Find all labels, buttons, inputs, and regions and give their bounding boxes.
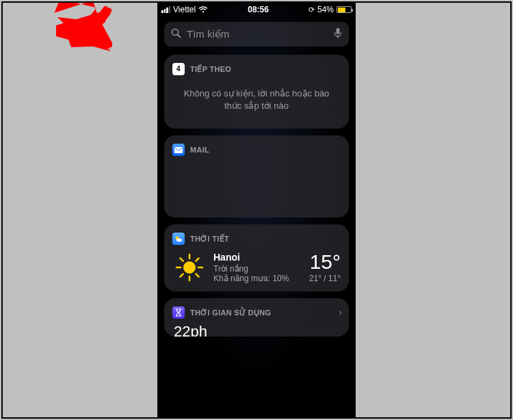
weather-condition: Trời nắng xyxy=(213,264,302,274)
weather-location: Hanoi xyxy=(213,252,302,263)
mail-widget[interactable]: MAIL xyxy=(164,135,349,218)
weather-app-icon xyxy=(172,233,185,245)
search-placeholder: Tìm kiếm xyxy=(187,28,328,40)
screentime-value: 22ph xyxy=(172,323,341,337)
mic-icon[interactable] xyxy=(334,27,342,41)
svg-line-24 xyxy=(196,259,198,261)
svg-marker-8 xyxy=(29,3,109,16)
annotation-arrow xyxy=(23,6,112,54)
svg-point-16 xyxy=(183,261,196,274)
svg-line-22 xyxy=(196,274,198,277)
battery-icon xyxy=(337,6,352,13)
svg-line-21 xyxy=(181,259,183,261)
weather-range: 21° / 11° xyxy=(309,274,341,283)
hourglass-icon xyxy=(172,306,185,319)
search-icon xyxy=(171,28,181,41)
svg-line-23 xyxy=(181,274,183,277)
svg-marker-1 xyxy=(78,12,112,47)
calendar-icon: 4 xyxy=(172,63,185,75)
red-arrow-icon xyxy=(15,3,114,54)
svg-marker-9 xyxy=(51,3,103,40)
svg-marker-6 xyxy=(66,6,112,50)
upnext-title: TIẾP THEO xyxy=(190,65,231,74)
battery-percent: 54% xyxy=(317,5,334,14)
status-bar: Viettel 08:56 ⟳ 54% xyxy=(157,3,356,16)
weather-title: THỜI TIẾT xyxy=(190,235,229,244)
weather-temp: 15° xyxy=(309,252,341,272)
search-bar[interactable]: Tìm kiếm xyxy=(164,22,349,47)
carrier-name: Viettel xyxy=(173,5,196,14)
mail-title: MAIL xyxy=(190,146,209,154)
orientation-lock-icon: ⟳ xyxy=(308,5,315,14)
signal-icon xyxy=(161,6,170,13)
svg-marker-2 xyxy=(71,8,111,49)
weather-rain-chance: Khả năng mưa: 10% xyxy=(213,274,302,283)
upnext-widget[interactable]: 4 TIẾP THEO Không có sự kiện, lời nhắc h… xyxy=(164,55,349,129)
wifi-icon xyxy=(198,6,208,13)
svg-marker-5 xyxy=(23,6,112,54)
svg-marker-7 xyxy=(57,6,112,31)
svg-point-15 xyxy=(176,239,182,242)
screentime-widget[interactable]: › THỜI GIAN SỬ DỤNG 22ph xyxy=(164,298,349,337)
svg-marker-4 xyxy=(56,9,111,51)
upnext-empty-text: Không có sự kiện, lời nhắc hoặc báo thức… xyxy=(172,75,341,120)
svg-rect-12 xyxy=(337,28,340,34)
svg-line-11 xyxy=(178,34,181,37)
svg-marker-3 xyxy=(64,10,112,47)
screentime-title: THỜI GIAN SỬ DỤNG xyxy=(190,309,271,317)
annotation-arrow-overlay xyxy=(23,6,112,54)
status-time: 08:56 xyxy=(248,5,269,14)
phone-screen: Viettel 08:56 ⟳ 54% Tìm kiếm xyxy=(157,3,356,417)
sun-icon xyxy=(172,252,207,283)
chevron-right-icon: › xyxy=(339,306,342,317)
mail-icon xyxy=(172,144,185,156)
svg-marker-0 xyxy=(64,6,112,54)
weather-widget[interactable]: THỜI TIẾT xyxy=(164,224,349,291)
